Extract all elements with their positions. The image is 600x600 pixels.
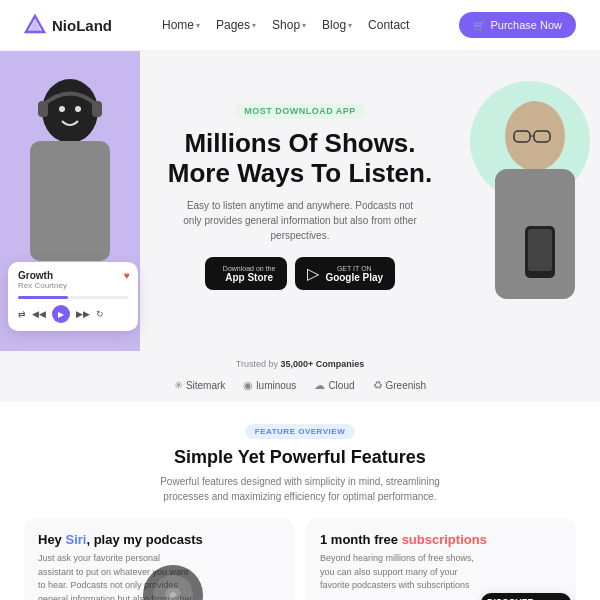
navbar: NioLand Home ▾ Pages ▾ Shop ▾ Blog ▾ Con… <box>0 0 600 51</box>
player-progress-fill <box>18 296 68 299</box>
player-progress-bar <box>18 296 128 299</box>
logo-icon <box>24 14 46 36</box>
prev-button[interactable]: ◀◀ <box>32 309 46 319</box>
app-store-label: App Store <box>223 272 276 283</box>
nav-links: Home ▾ Pages ▾ Shop ▾ Blog ▾ Contact <box>162 18 409 32</box>
brand-luminous: ◉ luminous <box>243 379 296 392</box>
features-grid: Hey Siri, play my podcasts Just ask your… <box>24 518 576 600</box>
svg-point-8 <box>75 106 81 112</box>
app-store-button[interactable]: Download on the App Store <box>205 257 288 290</box>
svg-point-3 <box>42 79 98 143</box>
feature-card-siri-title: Hey Siri, play my podcasts <box>38 532 280 547</box>
svg-rect-5 <box>38 101 48 117</box>
hero-center-content: MOST DOWNLOAD APP Millions Of Shows. Mor… <box>168 100 432 303</box>
brand-logos: ✳ Sitemark ◉ luminous ☁ Cloud ♻ Greenish <box>0 373 600 402</box>
player-track-title: Growth <box>18 270 128 281</box>
brand-greenish: ♻ Greenish <box>373 379 427 392</box>
feature-card-subscription-text: Beyond hearing millions of free shows, y… <box>320 552 480 593</box>
purchase-button[interactable]: Purchase Now <box>459 12 576 38</box>
brand-cloud: ☁ Cloud <box>314 379 354 392</box>
svg-point-7 <box>59 106 65 112</box>
feature-card-subscription: 1 month free subscriptions Beyond hearin… <box>306 518 576 600</box>
features-subtitle: Powerful features designed with simplici… <box>150 474 450 504</box>
app-store-small-label: Download on the <box>223 265 276 272</box>
hero-title: Millions Of Shows. More Ways To Listen. <box>168 129 432 189</box>
repeat-button[interactable]: ↻ <box>96 309 104 319</box>
hero-right-image <box>470 61 600 331</box>
heart-icon: ♥ <box>124 270 130 281</box>
play-button[interactable]: ▶ <box>52 305 70 323</box>
svg-point-19 <box>170 592 176 598</box>
feature-card-siri: Hey Siri, play my podcasts Just ask your… <box>24 518 294 600</box>
discover-header: DISCOVER <box>481 593 571 601</box>
player-artist-name: Rex Courtney <box>18 281 128 290</box>
speaker-illustration <box>138 560 208 601</box>
brand-sitemark: ✳ Sitemark <box>174 379 225 392</box>
features-section: FEATURE OVERVIEW Simple Yet Powerful Fea… <box>0 402 600 600</box>
next-button[interactable]: ▶▶ <box>76 309 90 319</box>
nav-shop[interactable]: Shop ▾ <box>272 18 306 32</box>
features-badge: FEATURE OVERVIEW <box>245 424 355 439</box>
hero-subtitle: Easy to listen anytime and anywhere. Pod… <box>180 198 420 243</box>
svg-rect-15 <box>528 229 552 271</box>
player-controls: ⇄ ◀◀ ▶ ▶▶ ↻ <box>18 305 128 323</box>
svg-rect-6 <box>92 101 102 117</box>
hero-section: ♥ Growth Rex Courtney ⇄ ◀◀ ▶ ▶▶ ↻ MOST D… <box>0 51 600 351</box>
logo[interactable]: NioLand <box>24 14 112 36</box>
google-play-small-label: GET IT ON <box>325 265 383 272</box>
nav-pages[interactable]: Pages ▾ <box>216 18 256 32</box>
nav-contact[interactable]: Contact <box>368 18 409 32</box>
svg-rect-4 <box>30 141 110 261</box>
app-download-buttons: Download on the App Store ▷ GET IT ON Go… <box>168 257 432 290</box>
nav-blog[interactable]: Blog ▾ <box>322 18 352 32</box>
google-play-label: Google Play <box>325 272 383 283</box>
trusted-by-section: Trusted by 35,000+ Companies <box>0 351 600 373</box>
google-play-icon: ▷ <box>307 264 319 283</box>
hero-badge: MOST DOWNLOAD APP <box>234 103 366 119</box>
feature-card-subscription-title: 1 month free subscriptions <box>320 532 562 547</box>
discover-card-mock: DISCOVER 🔍 Find your favourite... <box>481 593 571 601</box>
nav-home[interactable]: Home ▾ <box>162 18 200 32</box>
trusted-text: Trusted by 35,000+ Companies <box>0 359 600 369</box>
features-title: Simple Yet Powerful Features <box>24 447 576 468</box>
shuffle-button[interactable]: ⇄ <box>18 309 26 319</box>
music-player-card: ♥ Growth Rex Courtney ⇄ ◀◀ ▶ ▶▶ ↻ <box>8 262 138 331</box>
person-right-illustration <box>470 71 600 331</box>
google-play-button[interactable]: ▷ GET IT ON Google Play <box>295 257 395 290</box>
